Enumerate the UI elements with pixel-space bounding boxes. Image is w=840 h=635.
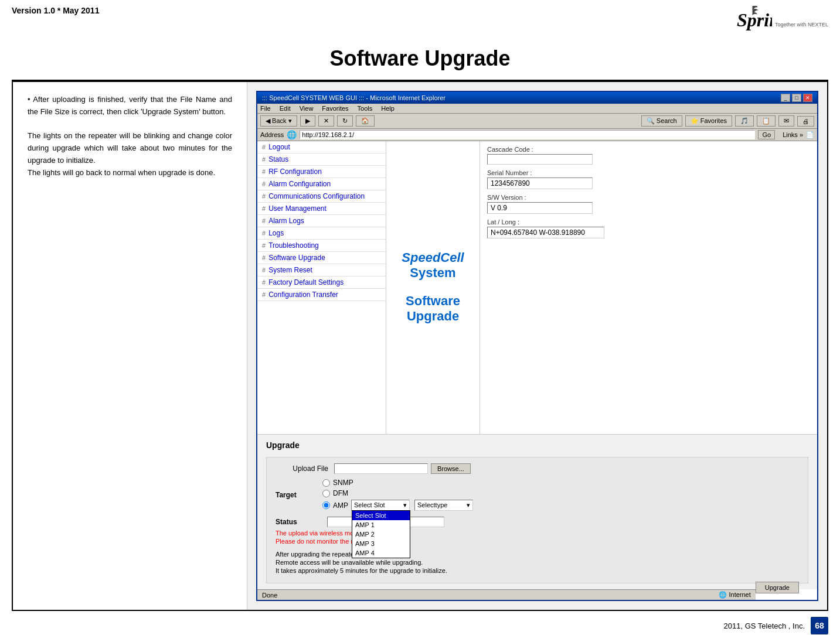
home-button[interactable]: 🏠 [356,115,375,127]
nav-comm-config[interactable]: # Communications Configuration [257,190,386,203]
nav-user-mgmt[interactable]: # User Management [257,203,386,215]
serial-number-label: Serial Number : [487,169,810,176]
sprint-logo: Sprint ® Together with NEXTEL [737,6,828,40]
menu-view[interactable]: View [300,105,314,112]
nav-rf-config[interactable]: # RF Configuration [257,166,386,178]
nav-config-transfer[interactable]: # Configuration Transfer [257,289,386,301]
upgrade-section: Upgrade Upload File Browse... Target [257,434,817,589]
nav-alarm-config-link[interactable]: Alarm Configuration [268,180,331,188]
amp-controls: Select Slot ▾ Select Slot AMP 1 AMP 2 AM… [351,500,473,511]
slot-option-2[interactable]: AMP 2 [352,530,410,539]
nav-troubleshooting-link[interactable]: Troubleshooting [268,241,319,250]
minimize-btn[interactable]: _ [781,94,790,102]
nextel-tagline: Together with NEXTEL [775,22,828,28]
nav-rf-config-link[interactable]: RF Configuration [268,168,322,176]
menu-favorites[interactable]: Favorites [322,105,348,112]
back-button[interactable]: ◀ Back ▾ [260,115,297,127]
nav-alarm-logs[interactable]: # Alarm Logs [257,215,386,227]
browser-toolbar[interactable]: ◀ Back ▾ ▶ ✕ ↻ 🏠 🔍 Search ⭐ Favorites 🎵 … [257,114,817,129]
slot-option-0[interactable]: Select Slot [352,511,410,520]
nav-logout[interactable]: # Logout [257,141,386,153]
browser-statusbar: Done 🌐 Internet [257,589,756,600]
browser-menu-bar[interactable]: File Edit View Favorites Tools Help [257,104,817,114]
browse-button[interactable]: Browse... [431,463,471,474]
menu-edit[interactable]: Edit [280,105,291,112]
mail-button[interactable]: ✉ [778,115,794,127]
close-btn[interactable]: ✕ [803,94,812,102]
speedcell-logo-area: SpeedCell System Software Upgrade [386,141,480,434]
target-radio-group: SNMP DFM AMP Selec [322,479,473,511]
upload-file-input[interactable] [334,463,428,474]
menu-tools[interactable]: Tools [358,105,373,112]
nav-logout-link[interactable]: Logout [268,143,290,151]
cascade-code-label: Cascade Code : [487,146,810,153]
nav-software-upgrade-link[interactable]: Software Upgrade [268,254,325,262]
slot-option-3[interactable]: AMP 3 [352,539,410,548]
nav-logs-link[interactable]: Logs [268,229,284,237]
lat-long-label: Lat / Long : [487,219,810,226]
speedcell-nav: # Logout # Status # RF Configuration # A… [257,141,386,434]
slot-option-1[interactable]: AMP 1 [352,520,410,530]
lat-long-value: N+094.657840 W-038.918890 [487,227,604,238]
go-button[interactable]: Go [758,130,775,139]
serial-number-value: 1234567890 [487,177,593,189]
address-bar[interactable]: Address 🌐 Go Links » 📄 [257,129,817,141]
links-label: Links » [783,131,803,138]
speedcell-logo: SpeedCell System Software Upgrade [402,251,464,325]
browser-window: ::: SpeedCell SYSTEM WEB GUI ::: - Micro… [256,91,818,601]
search-button[interactable]: 🔍 Search [641,115,682,127]
upgrade-button[interactable]: Upgrade [756,582,799,593]
cascade-code-row: Cascade Code : [487,146,810,165]
history-button[interactable]: 📋 [757,115,776,127]
amp-radio-item: AMP Select Slot ▾ Select Slot AMP 1 [322,500,473,511]
dfm-radio-item: DFM [322,489,473,497]
info-text-2: Remote access will be unavailable while … [276,559,799,566]
nav-system-reset[interactable]: # System Reset [257,264,386,276]
page-footer: 2011, GS Teletech , Inc. 68 [0,611,840,635]
nav-alarm-logs-link[interactable]: Alarm Logs [268,217,304,225]
nav-alarm-config[interactable]: # Alarm Configuration [257,178,386,190]
slot-option-4[interactable]: AMP 4 [352,548,410,558]
nav-user-mgmt-link[interactable]: User Management [268,204,327,213]
nav-config-transfer-link[interactable]: Configuration Transfer [268,291,338,299]
menu-file[interactable]: File [260,105,271,112]
nav-factory-default[interactable]: # Factory Default Settings [257,276,386,289]
select-slot-display[interactable]: Select Slot ▾ Select Slot AMP 1 AMP 2 AM… [351,500,410,511]
menu-help[interactable]: Help [381,105,395,112]
nav-status-link[interactable]: Status [268,155,288,163]
slot-dropdown[interactable]: Select Slot AMP 1 AMP 2 AMP 3 AMP 4 [352,510,410,558]
main-content: • After uploading is finished, verify th… [12,81,828,611]
browser-titlebar: ::: SpeedCell SYSTEM WEB GUI ::: - Micro… [257,92,817,104]
amp-radio[interactable] [322,501,330,509]
speedcell-info-panel: Cascade Code : Serial Number : 123456789… [480,141,817,434]
nav-status[interactable]: # Status [257,153,386,166]
print-button[interactable]: 🖨 [797,116,814,127]
cascade-code-value [487,154,593,165]
favorites-toolbar-button[interactable]: ⭐ Favorites [685,115,732,127]
forward-button[interactable]: ▶ [300,115,315,127]
upload-file-row: Upload File Browse... [276,463,799,474]
sw-version-label: S/W Version : [487,194,810,201]
media-button[interactable]: 🎵 [735,115,754,127]
snmp-label: SNMP [333,479,353,487]
sprint-logo-graphic: Sprint ® [737,6,772,40]
nav-software-upgrade[interactable]: # Software Upgrade [257,252,386,264]
select-type-display[interactable]: Selecttype ▾ [414,500,473,511]
nav-factory-default-link[interactable]: Factory Default Settings [268,278,344,286]
browser-controls[interactable]: _ □ ✕ [781,94,812,102]
maximize-btn[interactable]: □ [792,94,801,102]
nav-troubleshooting[interactable]: # Troubleshooting [257,240,386,252]
nav-system-reset-link[interactable]: System Reset [268,266,312,274]
dfm-label: DFM [333,489,348,497]
links-icon: 📄 [806,131,814,139]
dfm-radio[interactable] [322,490,330,497]
status-label: Status [276,518,322,526]
instruction-text: • After uploading is finished, verify th… [28,94,232,179]
refresh-button[interactable]: ↻ [337,115,353,127]
nav-comm-config-link[interactable]: Communications Configuration [268,192,365,200]
nav-logs[interactable]: # Logs [257,227,386,240]
snmp-radio[interactable] [322,479,330,487]
address-input[interactable] [300,130,755,139]
stop-button[interactable]: ✕ [318,115,334,127]
info-text-3: It takes approximately 5 minutes for the… [276,567,799,574]
